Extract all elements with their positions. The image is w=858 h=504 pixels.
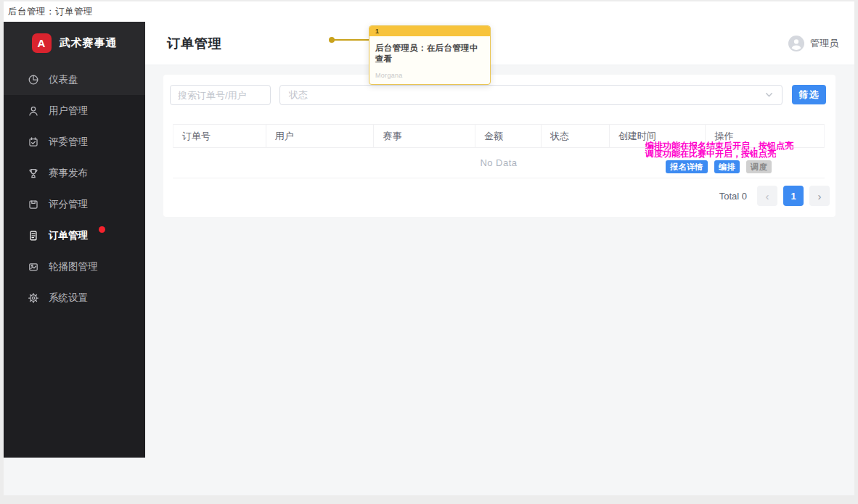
carousel-icon: [28, 261, 39, 273]
user-icon: [28, 105, 39, 117]
sidebar-item-events[interactable]: 赛事发布: [4, 157, 145, 189]
user-name: 管理员: [810, 37, 838, 50]
trophy-icon: [28, 168, 39, 179]
column-header-1: 订单号: [173, 125, 266, 147]
dashboard-icon: [28, 74, 39, 86]
browser-title: 后台管理：订单管理: [8, 6, 93, 18]
sidebar-item-orders[interactable]: 订单管理: [4, 220, 145, 251]
sidebar-item-users[interactable]: 用户管理: [4, 95, 145, 126]
annotation-watermark: Morgana: [375, 72, 403, 79]
chevron-down-icon: [765, 90, 773, 101]
annotation-tooltip: 1 后台管理员：在后台管理中查看 Morgana: [369, 25, 491, 85]
pagination-total: Total 0: [719, 191, 747, 202]
sidebar-item-label: 用户管理: [49, 104, 88, 117]
annotation-action-note-line2: 调度功能在比赛中开启，按钮点亮: [645, 150, 793, 158]
column-header-2: 用户: [266, 125, 375, 147]
page-header: 订单管理 管理员: [145, 22, 854, 65]
logo-icon: A: [32, 33, 52, 53]
status-select[interactable]: 状态: [279, 85, 783, 105]
user-menu[interactable]: 管理员: [788, 36, 838, 51]
annotation-tooltip-index: 1: [369, 26, 490, 36]
status-select-placeholder: 状态: [289, 88, 308, 102]
column-header-3: 赛事: [374, 125, 475, 147]
nav-menu: 仪表盘用户管理评委管理赛事发布评分管理订单管理轮播图管理系统设置: [4, 64, 145, 313]
app-name: 武术赛事通: [60, 36, 118, 50]
annotation-connector-line: [333, 39, 369, 41]
sidebar-item-label: 订单管理: [49, 229, 88, 242]
column-header-4: 金额: [475, 125, 542, 147]
judge-icon: [28, 136, 39, 148]
column-header-5: 状态: [542, 125, 610, 147]
sidebar-item-label: 评分管理: [49, 198, 88, 211]
pagination-prev-button[interactable]: ‹: [757, 186, 777, 206]
sidebar-item-label: 仪表盘: [49, 73, 78, 86]
row-action-buttons: 报名详情编排调度: [666, 160, 772, 173]
avatar-icon: [788, 36, 804, 51]
sidebar-item-label: 系统设置: [49, 292, 88, 305]
annotation-action-note: 编排功能在报名结束后开启，按钮点亮 调度功能在比赛中开启，按钮点亮: [645, 142, 793, 158]
sidebar-item-judges[interactable]: 评委管理: [4, 126, 145, 157]
search-input[interactable]: [170, 85, 271, 105]
app-logo[interactable]: A 武术赛事通: [4, 22, 145, 64]
annotation-tooltip-text: 后台管理员：在后台管理中查看: [369, 36, 490, 65]
sidebar: A 武术赛事通 仪表盘用户管理评委管理赛事发布评分管理订单管理轮播图管理系统设置: [4, 22, 145, 458]
sidebar-item-dashboard[interactable]: 仪表盘: [4, 64, 145, 95]
pagination-next-button[interactable]: ›: [809, 186, 830, 206]
sidebar-item-settings[interactable]: 系统设置: [4, 282, 145, 313]
score-icon: [28, 199, 39, 210]
action-button-编排[interactable]: 编排: [714, 160, 740, 173]
no-data-text: No Data: [480, 157, 517, 168]
browser-titlebar: 后台管理：订单管理: [4, 1, 854, 22]
sidebar-item-label: 轮播图管理: [49, 260, 98, 273]
sidebar-item-label: 赛事发布: [49, 167, 88, 180]
action-button-调度[interactable]: 调度: [746, 160, 772, 173]
pagination-page-1[interactable]: 1: [783, 186, 804, 206]
page-title: 订单管理: [167, 35, 222, 52]
gear-icon: [28, 292, 39, 304]
orders-card: 状态 筛选 订单号用户赛事金额状态创建时间操作 No Data 编排功能在报名结…: [163, 75, 835, 217]
order-icon: [28, 230, 39, 241]
pagination: Total 0 ‹ 1 ›: [719, 186, 830, 206]
sidebar-item-label: 评委管理: [49, 136, 88, 149]
sidebar-item-carousel[interactable]: 轮播图管理: [4, 251, 145, 282]
filter-button[interactable]: 筛选: [792, 85, 826, 104]
action-button-报名详情[interactable]: 报名详情: [666, 160, 708, 173]
sidebar-item-scoring[interactable]: 评分管理: [4, 189, 145, 220]
notification-badge: [99, 226, 105, 233]
